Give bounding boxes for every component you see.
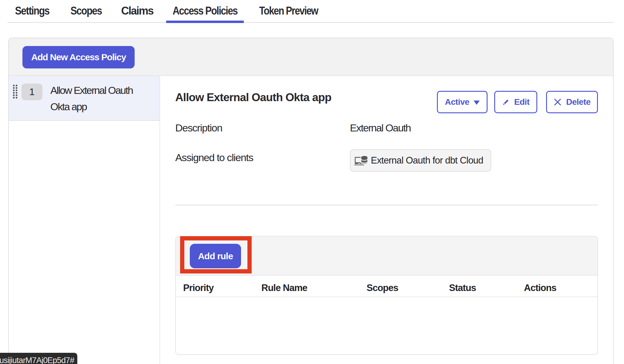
assigned-to-clients-label: Assigned to clients <box>175 149 350 164</box>
policy-list-item[interactable]: 1 Allow External Oauth Okta app <box>9 76 159 121</box>
description-label: Description <box>175 121 350 134</box>
rules-table-body <box>176 297 597 354</box>
edit-button[interactable]: Edit <box>494 91 537 113</box>
description-value: External Oauth <box>350 121 411 134</box>
tab-label: Access Policies <box>173 5 237 17</box>
link-preview-status-bar: usijiutarM7Aj0Ep5d7# <box>0 353 77 364</box>
tab-claims[interactable]: Claims <box>117 0 158 23</box>
panel-body: 1 Allow External Oauth Okta app Allow Ex… <box>9 76 613 364</box>
panel-toolbar: Add New Access Policy <box>9 38 613 76</box>
tab-access-policies[interactable]: Access Policies <box>166 0 244 23</box>
policy-item-label: Allow External Oauth Okta app <box>50 82 141 115</box>
add-new-access-policy-button[interactable]: Add New Access Policy <box>22 46 135 68</box>
rules-col-scopes: Scopes <box>367 278 398 298</box>
rules-table-header: Priority Rule Name Scopes Status Actions <box>176 276 597 297</box>
rules-col-status: Status <box>449 278 476 298</box>
tab-label: Scopes <box>71 5 102 17</box>
delete-button[interactable]: Delete <box>546 91 598 113</box>
add-rule-button[interactable]: Add rule <box>190 244 241 268</box>
tab-bar: Settings Scopes Claims Access Policies T… <box>9 0 325 23</box>
rules-card: Add rule Priority Rule Name Scopes Statu… <box>175 236 598 355</box>
rules-toolbar: Add rule <box>176 237 597 276</box>
chevron-down-icon <box>474 101 480 105</box>
tab-settings[interactable]: Settings <box>9 0 55 23</box>
edit-label: Edit <box>514 97 529 107</box>
client-chip: External Oauth for dbt Cloud <box>350 149 491 172</box>
close-icon <box>553 98 562 106</box>
active-status-button[interactable]: Active <box>437 91 488 113</box>
policy-detail: Allow External Oauth Okta app Active Edi… <box>160 76 613 364</box>
delete-label: Delete <box>566 97 590 107</box>
tab-label: Settings <box>15 5 49 17</box>
access-policies-panel: Add New Access Policy 1 Allow External O… <box>8 38 614 364</box>
policy-list: 1 Allow External Oauth Okta app <box>9 76 160 364</box>
section-divider <box>175 205 598 205</box>
priority-badge: 1 <box>22 84 42 100</box>
policy-title: Allow External Oauth Okta app <box>175 91 331 104</box>
tab-scopes[interactable]: Scopes <box>64 0 108 23</box>
rules-col-priority: Priority <box>183 278 214 298</box>
drag-handle-icon[interactable] <box>13 85 17 98</box>
active-status-label: Active <box>445 97 469 107</box>
rules-col-actions: Actions <box>524 278 556 298</box>
tab-token-preview[interactable]: Token Preview <box>252 0 325 23</box>
link-preview-text: usijiutarM7Aj0Ep5d7# <box>0 356 74 364</box>
client-chip-label: External Oauth for dbt Cloud <box>371 155 483 166</box>
tab-label: Token Preview <box>259 5 318 17</box>
tab-label: Claims <box>121 5 153 17</box>
pencil-icon <box>502 98 510 106</box>
rules-col-rule-name: Rule Name <box>261 278 307 298</box>
client-app-icon <box>354 156 368 165</box>
